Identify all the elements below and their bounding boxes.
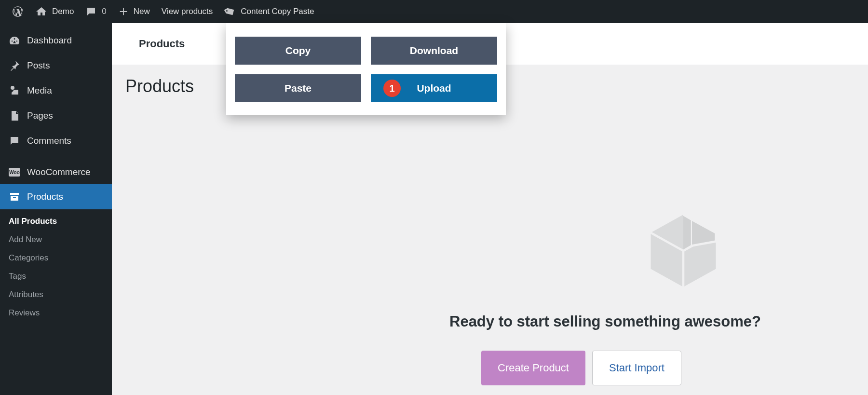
download-button[interactable]: Download — [371, 37, 497, 65]
sidebar-item-label: WooCommerce — [27, 167, 91, 177]
content-copy-paste-menu[interactable]: Content Copy Paste — [218, 0, 320, 23]
tag-icon — [222, 4, 238, 20]
woo-icon: Woo — [9, 168, 20, 177]
pin-icon — [9, 60, 20, 71]
comment-icon — [9, 135, 20, 147]
admin-bar: Demo 0 New View products Content Copy Pa… — [0, 0, 868, 23]
sidebar-item-label: Posts — [27, 60, 50, 71]
upload-button[interactable]: 1 Upload — [371, 74, 497, 102]
media-icon — [9, 85, 20, 96]
upload-label: Upload — [417, 82, 451, 94]
submenu-tags[interactable]: Tags — [0, 267, 112, 286]
copy-button[interactable]: Copy — [235, 37, 361, 65]
comments-link[interactable]: 0 — [80, 0, 112, 23]
package-icon — [647, 210, 719, 292]
sidebar-item-label: Dashboard — [27, 35, 72, 46]
hero-actions: Create Product Start Import — [449, 351, 868, 385]
site-name: Demo — [52, 7, 74, 16]
view-products-link[interactable]: View products — [156, 0, 218, 23]
submenu-attributes[interactable]: Attributes — [0, 286, 112, 304]
gauge-icon — [9, 35, 20, 46]
new-label: New — [134, 7, 150, 16]
empty-state-heading: Ready to start selling something awesome… — [449, 313, 868, 330]
sidebar-item-label: Media — [27, 85, 52, 96]
sidebar-item-comments[interactable]: Comments — [0, 128, 112, 153]
tab-products[interactable]: Products — [125, 29, 198, 59]
sidebar-item-label: Pages — [27, 110, 53, 121]
submenu-categories[interactable]: Categories — [0, 249, 112, 267]
sidebar-item-pages[interactable]: Pages — [0, 103, 112, 128]
home-icon — [36, 6, 47, 17]
page-icon — [9, 110, 20, 122]
sidebar-item-media[interactable]: Media — [0, 78, 112, 103]
submenu-all-products[interactable]: All Products — [0, 212, 112, 231]
comment-icon — [85, 6, 97, 17]
plus-icon — [118, 6, 129, 17]
empty-state: Ready to start selling something awesome… — [112, 210, 868, 385]
admin-sidebar: Dashboard Posts Media Pages Comments Woo… — [0, 23, 112, 395]
create-product-button[interactable]: Create Product — [481, 351, 585, 385]
sidebar-item-label: Products — [27, 191, 63, 202]
ccp-label: Content Copy Paste — [241, 7, 314, 16]
sidebar-item-woocommerce[interactable]: Woo WooCommerce — [0, 160, 112, 184]
sidebar-item-posts[interactable]: Posts — [0, 53, 112, 78]
content-copy-paste-dropdown: Copy Download Paste 1 Upload — [226, 23, 506, 115]
sidebar-item-label: Comments — [27, 136, 71, 146]
sidebar-item-dashboard[interactable]: Dashboard — [0, 28, 112, 53]
sidebar-item-products[interactable]: Products — [0, 184, 112, 209]
archive-icon — [9, 191, 20, 203]
submenu-reviews[interactable]: Reviews — [0, 304, 112, 322]
view-products-label: View products — [162, 7, 213, 16]
submenu-add-new[interactable]: Add New — [0, 231, 112, 249]
site-home[interactable]: Demo — [30, 0, 80, 23]
new-content[interactable]: New — [112, 0, 156, 23]
paste-button[interactable]: Paste — [235, 74, 361, 102]
step-badge: 1 — [383, 80, 401, 97]
comments-count: 0 — [102, 7, 106, 16]
wordpress-icon — [12, 5, 24, 18]
start-import-button[interactable]: Start Import — [592, 351, 681, 385]
products-submenu: All Products Add New Categories Tags Att… — [0, 209, 112, 327]
wp-logo[interactable] — [6, 0, 30, 23]
